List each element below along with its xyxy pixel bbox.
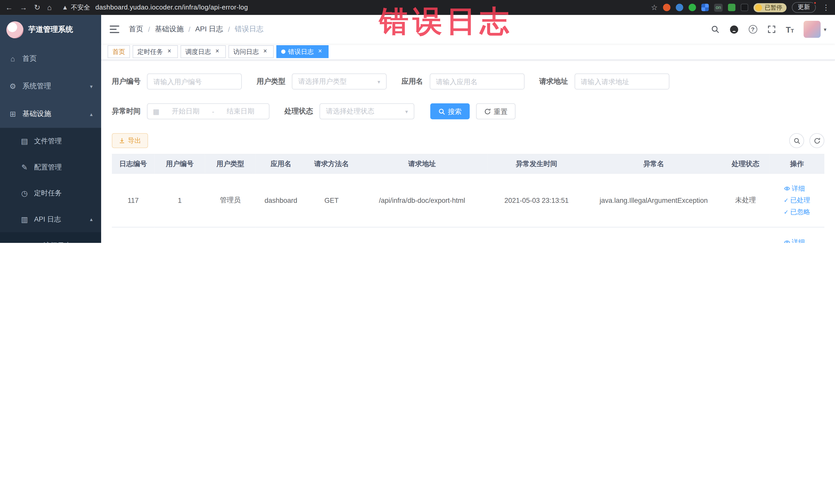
browser-home-icon[interactable]: ⌂ — [47, 4, 52, 11]
cell-exception-time: 2021-05-03 12:02:31 — [487, 227, 586, 243]
sidebar-item-scheduled-jobs[interactable]: ◷ 定时任务 — [0, 180, 101, 206]
extension-icon-plug[interactable] — [741, 4, 748, 11]
cell-exception-name: java.lang.IllegalArgumentException — [586, 227, 721, 243]
reload-icon[interactable]: ↻ — [34, 4, 40, 11]
breadcrumb: 首页 / 基础设施 / API 日志 / 错误日志 — [129, 24, 263, 34]
exception-time-range-picker[interactable]: ▦ 开始日期 - 结束日期 — [147, 103, 269, 119]
date-separator: - — [212, 107, 214, 115]
cell-actions: 详细 ✓已处理 ✓已忽略 — [770, 227, 824, 243]
font-size-icon[interactable]: TT — [786, 25, 794, 33]
tab-home[interactable]: 首页 — [107, 45, 130, 58]
tab-scheduled-jobs[interactable]: 定时任务 × — [133, 45, 178, 58]
close-icon[interactable]: × — [213, 48, 221, 56]
help-icon[interactable]: ? — [749, 25, 757, 34]
filter-user-type: 用户类型 请选择用户类型 ▾ — [257, 74, 387, 89]
tab-label: 错误日志 — [288, 48, 314, 55]
breadcrumb-api-log[interactable]: API 日志 — [195, 24, 223, 34]
app-logo-area[interactable]: 芋道管理系统 — [0, 15, 101, 45]
detail-link[interactable]: 详细 — [784, 237, 805, 243]
filter-exception-time: 异常时间 ▦ 开始日期 - 结束日期 — [112, 103, 269, 119]
browser-menu-icon[interactable]: ⋮ — [822, 3, 830, 12]
column-user-type: 用户类型 — [205, 154, 256, 174]
extension-icon-grid[interactable] — [701, 4, 709, 11]
sidebar-item-file-management[interactable]: ▤ 文件管理 — [0, 128, 101, 154]
extension-icon-green2[interactable] — [728, 4, 735, 11]
cell-app-name: dashboard — [256, 173, 306, 227]
column-request-url: 请求地址 — [357, 154, 487, 174]
sidebar-item-label: 文件管理 — [34, 136, 62, 146]
column-method: 请求方法名 — [306, 154, 357, 174]
smiley-icon — [755, 4, 762, 11]
fullscreen-icon[interactable] — [767, 24, 776, 34]
sidebar-item-label: 访问日志 — [44, 241, 72, 243]
address-bar[interactable]: dashboard.yudao.iocoder.cn/infra/log/api… — [96, 4, 248, 11]
table-row: 117 1 管理员 dashboard GET /api/infra/db-do… — [112, 173, 824, 227]
ignored-label: 已忽略 — [790, 207, 810, 217]
column-actions: 操作 — [770, 154, 824, 174]
export-button[interactable]: 导出 — [112, 133, 148, 148]
user-id-input[interactable] — [147, 74, 242, 89]
column-user-id: 用户编号 — [155, 154, 205, 174]
detail-link[interactable]: 详细 — [784, 184, 805, 194]
sidebar-item-access-log[interactable]: ▨ 访问日志 — [0, 233, 101, 243]
toggle-search-button[interactable] — [789, 133, 804, 148]
breadcrumb-home[interactable]: 首页 — [129, 24, 143, 34]
start-date-placeholder: 开始日期 — [162, 106, 209, 116]
github-icon[interactable] — [730, 24, 739, 34]
check-icon: ✓ — [784, 198, 789, 203]
tab-access-log[interactable]: 访问日志 × — [228, 45, 273, 58]
app-name-input[interactable] — [429, 74, 524, 89]
processed-label: 已处理 — [790, 195, 810, 205]
filter-request-url: 请求地址 — [539, 74, 669, 89]
close-icon[interactable]: × — [262, 48, 269, 56]
filter-label: 异常时间 — [112, 106, 141, 116]
close-icon[interactable]: × — [166, 48, 173, 56]
search-icon[interactable] — [710, 24, 720, 34]
extension-icon-blue[interactable] — [676, 4, 683, 11]
home-icon: ⌂ — [8, 55, 17, 63]
sidebar-item-config-management[interactable]: ✎ 配置管理 — [0, 154, 101, 180]
table-row: 116 1 管理员 dashboard GET /api/infra/db-do… — [112, 227, 824, 243]
back-icon[interactable]: ← — [5, 4, 13, 11]
update-notification-dot — [813, 1, 817, 5]
sidebar-item-home[interactable]: ⌂ 首页 — [0, 45, 101, 73]
infrastructure-submenu: ▤ 文件管理 ✎ 配置管理 ◷ 定时任务 ▥ API 日志 ▴ ▨ 访问日志 ▧ — [0, 128, 101, 243]
site-security[interactable]: ▲ 不安全 — [62, 3, 90, 12]
mark-ignored-link[interactable]: ✓已忽略 — [784, 207, 810, 217]
sidebar-item-label: 系统管理 — [22, 81, 51, 91]
sidebar: 芋道管理系统 ⌂ 首页 ⚙ 系统管理 ▾ ⊞ 基础设施 ▴ ▤ 文件管理 ✎ 配… — [0, 15, 101, 243]
filter-label: 处理状态 — [284, 106, 313, 116]
search-button[interactable]: 搜索 — [430, 103, 470, 119]
extension-on-badge[interactable]: on — [714, 3, 722, 11]
request-url-input[interactable] — [574, 74, 669, 89]
breadcrumb-separator: / — [228, 25, 230, 33]
tab-dispatch-log[interactable]: 调度日志 × — [180, 45, 226, 58]
column-exception-time: 异常发生时间 — [487, 154, 586, 174]
tab-error-log[interactable]: 错误日志 × — [277, 45, 329, 58]
user-type-select[interactable]: 请选择用户类型 ▾ — [292, 74, 387, 89]
column-app-name: 应用名 — [256, 154, 306, 174]
tab-label: 首页 — [113, 48, 125, 55]
reset-button[interactable]: 重置 — [476, 103, 516, 119]
mark-processed-link[interactable]: ✓已处理 — [784, 195, 810, 205]
sidebar-item-label: 基础设施 — [22, 109, 51, 119]
refresh-button[interactable] — [809, 133, 824, 148]
bookmark-star-icon[interactable]: ☆ — [651, 3, 658, 12]
sidebar-item-api-log[interactable]: ▥ API 日志 ▴ — [0, 206, 101, 233]
hamburger-icon[interactable] — [109, 26, 119, 33]
main-area: 首页 / 基础设施 / API 日志 / 错误日志 ? TT — [101, 15, 835, 243]
filter-user-id: 用户编号 — [112, 74, 242, 89]
browser-update-button[interactable]: 更新 — [792, 2, 816, 13]
extension-icon-green[interactable] — [688, 4, 696, 11]
filter-row-2: 异常时间 ▦ 开始日期 - 结束日期 处理状态 请选择处理状态 ▾ — [112, 103, 824, 119]
paused-extension-pill[interactable]: 已暂停 — [754, 3, 787, 12]
process-status-select[interactable]: 请选择处理状态 ▾ — [320, 103, 414, 119]
user-avatar-menu[interactable]: ▾ — [804, 21, 827, 38]
close-icon[interactable]: × — [316, 48, 324, 56]
sidebar-item-system-management[interactable]: ⚙ 系统管理 ▾ — [0, 73, 101, 100]
sidebar-item-infrastructure[interactable]: ⊞ 基础设施 ▴ — [0, 100, 101, 128]
forward-icon[interactable]: → — [20, 4, 27, 11]
update-label: 更新 — [798, 4, 810, 10]
breadcrumb-infra[interactable]: 基础设施 — [155, 24, 184, 34]
extension-icon-red[interactable] — [663, 4, 670, 11]
